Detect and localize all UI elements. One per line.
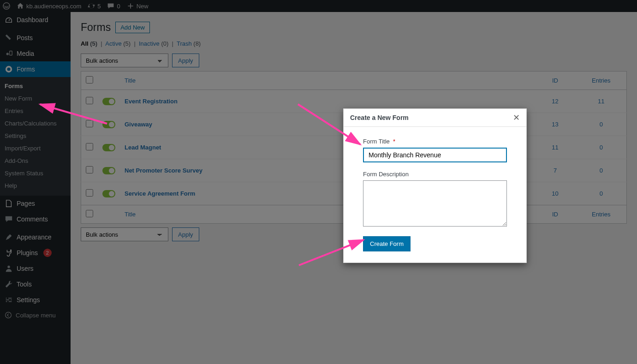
create-form-modal: Create a New Form ✕ Form Title * Form De… <box>343 108 527 263</box>
modal-close-icon[interactable]: ✕ <box>513 113 520 122</box>
form-desc-textarea[interactable] <box>363 180 507 227</box>
modal-title: Create a New Form <box>350 114 409 121</box>
form-title-label: Form Title * <box>363 138 507 145</box>
modal-overlay[interactable] <box>0 0 637 364</box>
form-title-input[interactable] <box>363 148 507 162</box>
form-desc-label: Form Description <box>363 171 507 178</box>
create-form-button[interactable]: Create Form <box>363 236 411 251</box>
